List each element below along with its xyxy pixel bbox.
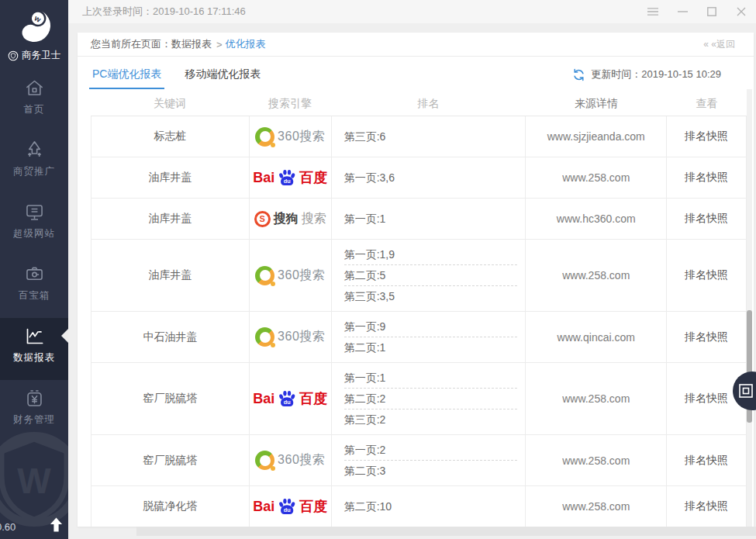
engine-cell: Bai du 百度 xyxy=(250,486,332,527)
table-row: 油库井盖 Bai du 百度 第一页:3,6www.258.com排名快照 xyxy=(91,157,747,199)
360-logo-text: 360搜索 xyxy=(278,452,325,468)
back-link[interactable]: « «返回 xyxy=(703,38,735,51)
content-card: 您当前所在页面：数据报表 > 优化报表 « «返回 PC端优化报表 移动端优化报… xyxy=(78,33,754,527)
maximize-icon xyxy=(707,7,716,16)
tab-pc-report[interactable]: PC端优化报表 xyxy=(91,67,163,89)
keyword-cell: 窑厂脱硫塔 xyxy=(91,435,250,485)
minimize-button[interactable] xyxy=(677,6,688,17)
breadcrumb-current-link[interactable]: 优化报表 xyxy=(226,37,266,51)
view-cell: 排名快照 xyxy=(667,312,747,362)
vertical-scrollbar[interactable] xyxy=(747,89,752,527)
baidu-logo-text: Bai xyxy=(253,499,274,515)
table-row: 中石油井盖 360搜索 第一页:9第二页:1www.qincai.com排名快照 xyxy=(91,312,747,363)
window-controls xyxy=(647,0,747,23)
360-logo-text: 360搜索 xyxy=(278,268,325,284)
rank-value: 第一页:1,9 xyxy=(344,244,518,264)
keyword-cell: 标志桩 xyxy=(91,116,250,157)
scroll-top-button[interactable] xyxy=(50,517,64,533)
active-item-arrow xyxy=(61,329,68,343)
baidu-logo: Bai du 百度 xyxy=(253,497,327,517)
keyword-cell: 脱硫净化塔 xyxy=(91,486,250,527)
column-header-keyword: 关键词 xyxy=(91,92,249,116)
refresh-icon[interactable] xyxy=(572,68,585,81)
rank-cell: 第一页:9第二页:1 xyxy=(332,312,526,362)
engine-cell: 360搜索 xyxy=(250,116,332,157)
source-cell: www.hc360.com xyxy=(526,199,667,239)
rank-value: 第三页:3,5 xyxy=(344,285,518,306)
360-search-logo: 360搜索 xyxy=(255,266,325,285)
nested-squares-icon xyxy=(738,383,754,399)
menu-button[interactable] xyxy=(647,6,658,17)
snapshot-link[interactable]: 排名快照 xyxy=(685,130,728,143)
snapshot-link[interactable]: 排名快照 xyxy=(685,392,728,406)
sidebar-nav: 首页 商贸推广 超级网站 xyxy=(0,70,68,442)
sidebar-item-label: 超级网站 xyxy=(13,227,55,240)
snapshot-link[interactable]: 排名快照 xyxy=(685,171,728,185)
baidu-paw-icon: du xyxy=(277,497,297,517)
sogou-s-text: S xyxy=(260,214,265,223)
rank-cell: 第一页:1第二页:2第三页:2 xyxy=(332,363,526,434)
sidebar: w 商务卫士 首页 xyxy=(0,0,68,539)
keyword-cell: 油库井盖 xyxy=(91,199,250,239)
sidebar-item-website[interactable]: 超级网站 xyxy=(0,194,68,256)
sidebar-item-finance[interactable]: 财务管理 xyxy=(0,380,68,442)
view-cell: 排名快照 xyxy=(667,486,747,527)
sidebar-item-label: 首页 xyxy=(24,103,45,116)
snapshot-link[interactable]: 排名快照 xyxy=(685,212,728,226)
engine-cell: 360搜索 xyxy=(250,435,332,485)
snapshot-link[interactable]: 排名快照 xyxy=(685,499,728,513)
sogou-suffix-text: 搜索 xyxy=(302,211,326,227)
source-cell: www.258.com xyxy=(526,435,667,485)
brand-name: 商务卫士 xyxy=(8,49,60,62)
360-ring-icon xyxy=(255,327,274,347)
close-button[interactable] xyxy=(736,6,747,17)
close-icon xyxy=(737,7,746,16)
column-header-source: 来源详情 xyxy=(526,92,667,116)
rank-value: 第二页:1 xyxy=(344,337,518,358)
snapshot-link[interactable]: 排名快照 xyxy=(685,268,728,282)
snapshot-link[interactable]: 排名快照 xyxy=(685,330,728,344)
app-window: w 商务卫士 首页 xyxy=(0,0,756,539)
360-search-logo: 360搜索 xyxy=(255,451,325,470)
rank-value: 第一页:3,6 xyxy=(344,168,518,188)
titlebar: 上次登录时间：2019-10-16 17:11:46 xyxy=(68,0,756,23)
rank-cell: 第一页:3,6 xyxy=(332,157,526,198)
keyword-cell: 油库井盖 xyxy=(91,240,250,311)
360-ring-icon xyxy=(255,451,274,470)
rank-cell: 第一页:2第二页:3 xyxy=(332,435,526,485)
home-icon xyxy=(22,76,46,99)
sidebar-item-home[interactable]: 首页 xyxy=(0,70,68,132)
column-header-engine: 搜索引擎 xyxy=(249,92,331,116)
baidu-paw-icon: du xyxy=(277,168,297,188)
keyword-cell: 窑厂脱硫塔 xyxy=(91,363,250,434)
table-row: 窑厂脱硫塔 360搜索 第一页:2第二页:3www.258.com排名快照 xyxy=(91,435,747,486)
sidebar-item-reports[interactable]: 数据报表 xyxy=(0,318,68,380)
last-login-text: 上次登录时间：2019-10-16 17:11:46 xyxy=(82,5,246,19)
rank-value: 第一页:2 xyxy=(344,440,518,460)
rank-cell: 第二页:10 xyxy=(332,486,526,527)
sidebar-item-toolbox[interactable]: 百宝箱 xyxy=(0,256,68,318)
baidu-du-text: du xyxy=(284,178,291,185)
rank-value: 第一页:1 xyxy=(344,368,518,388)
rank-value: 第二页:5 xyxy=(344,264,518,285)
sogou-logo: S 搜狗搜索 xyxy=(254,211,326,227)
tab-mobile-report[interactable]: 移动端优化报表 xyxy=(183,67,262,89)
source-cell: www.qincai.com xyxy=(526,312,667,362)
baidu-logo: Bai du 百度 xyxy=(253,389,327,409)
maximize-button[interactable] xyxy=(706,6,717,17)
360-search-logo: 360搜索 xyxy=(255,327,325,347)
source-cell: www.258.com xyxy=(526,240,667,311)
horizontal-scrollbar[interactable] xyxy=(136,527,756,536)
snapshot-link[interactable]: 排名快照 xyxy=(685,454,728,468)
360-ring-icon xyxy=(255,127,274,147)
table-header: 关键词 搜索引擎 排名 来源详情 查看 xyxy=(91,92,747,116)
sidebar-item-label: 百宝箱 xyxy=(19,289,50,302)
shield-badge-icon xyxy=(8,50,19,61)
rank-cell: 第三页:6 xyxy=(332,116,526,157)
report-table: 关键词 搜索引擎 排名 来源详情 查看 标志桩 360搜索 第三页:6www.s… xyxy=(91,92,747,527)
keyword-cell: 中石油井盖 xyxy=(91,312,250,362)
sidebar-item-promotion[interactable]: 商贸推广 xyxy=(0,132,68,194)
version-label: 0.60 xyxy=(0,521,16,533)
breadcrumb-separator: > xyxy=(216,39,223,50)
engine-cell: Bai du 百度 xyxy=(250,363,332,434)
